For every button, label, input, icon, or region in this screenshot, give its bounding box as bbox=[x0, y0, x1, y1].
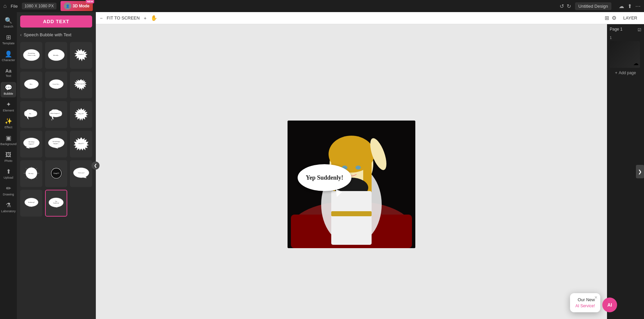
sidebar-item-bubble[interactable]: 💬 Bubble bbox=[1, 82, 16, 97]
fit-screen-button[interactable]: FIT TO SCREEN bbox=[107, 15, 140, 20]
page-cloud-icon: ☁ bbox=[633, 60, 639, 66]
bubble-item-12[interactable]: What!!!!!! bbox=[70, 131, 92, 157]
canvas-container: Yep Suddenly! bbox=[288, 121, 415, 248]
sidebar-item-text[interactable]: Aa Text bbox=[1, 65, 16, 81]
bubble-item-15[interactable]: I love you! bbox=[70, 160, 92, 187]
add-page-label: Add page bbox=[619, 71, 636, 75]
bubble-icon: 💬 bbox=[5, 84, 12, 91]
sidebar-item-search[interactable]: 🔍 Search bbox=[1, 15, 16, 30]
new-badge: NEW bbox=[86, 0, 94, 3]
bubble-item-11[interactable]: Somethings happen... bbox=[45, 131, 67, 157]
bubble-item-5[interactable]: It can't be... bbox=[45, 72, 67, 98]
sidebar-item-photo[interactable]: 🖼 Photo bbox=[1, 149, 16, 165]
sidebar-label-effect: Effect bbox=[5, 126, 12, 129]
bubble-item-17[interactable]: Yep Suddenly! bbox=[45, 190, 67, 217]
hand-tool-icon[interactable]: ✋ bbox=[151, 15, 157, 21]
sidebar-item-element[interactable]: ✦ Element bbox=[1, 99, 16, 114]
svg-text:No...: No... bbox=[29, 113, 32, 115]
template-icon: ⊞ bbox=[6, 34, 11, 41]
svg-point-61 bbox=[355, 166, 361, 170]
grid-icon[interactable]: ⊞ bbox=[605, 15, 609, 21]
page-thumbnail-1[interactable]: ☁ bbox=[610, 41, 640, 68]
sidebar-label-drawing: Drawing bbox=[3, 193, 14, 196]
sidebar-item-laboratory[interactable]: ⚗ Laboratory bbox=[1, 199, 16, 215]
sidebar-label-search: Search bbox=[4, 25, 13, 28]
upload-icon: ⬆ bbox=[6, 168, 11, 175]
svg-text:Actually...: Actually... bbox=[53, 54, 59, 56]
drawing-icon: ✏ bbox=[6, 185, 11, 192]
bubble-grid: Something I have to say Actually... Than… bbox=[17, 39, 96, 219]
ai-chat-close-button[interactable]: ✕ bbox=[594, 295, 598, 300]
document-title[interactable]: Untitled Design bbox=[575, 2, 611, 10]
share-icon[interactable]: ⬆ bbox=[628, 3, 632, 9]
settings-icon[interactable]: ⚙ bbox=[612, 15, 616, 21]
background-icon: ▣ bbox=[6, 134, 11, 142]
sidebar-label-bubble: Bubble bbox=[4, 92, 13, 95]
svg-text:No way...: No way... bbox=[28, 173, 34, 174]
ai-avatar-button[interactable]: AI bbox=[602, 298, 617, 312]
bubble-item-16[interactable]: Suddenly? bbox=[20, 190, 42, 217]
canvas-area[interactable]: Yep Suddenly! bbox=[96, 24, 607, 319]
sidebar-item-upload[interactable]: ⬆ Upload bbox=[1, 166, 16, 181]
sidebar-item-effect[interactable]: ✨ Effect bbox=[1, 116, 16, 131]
canvas-toolbar: − FIT TO SCREEN + ✋ ⊞ ⚙ LAYER bbox=[96, 12, 644, 24]
svg-line-35 bbox=[36, 168, 37, 169]
pages-checkbox-icon[interactable]: ☑ bbox=[638, 28, 641, 32]
svg-point-17 bbox=[51, 120, 52, 120]
bubble-item-1[interactable]: Something I have to say bbox=[20, 42, 42, 69]
svg-text:Don't say that!!: Don't say that!! bbox=[76, 83, 86, 85]
3dmode-button[interactable]: 👤 3D Mode NEW bbox=[61, 1, 93, 11]
file-menu[interactable]: File bbox=[11, 4, 18, 9]
layer-button[interactable]: LAYER bbox=[620, 14, 640, 21]
topbar-action-icons: ☁ ⬆ ⋯ bbox=[619, 3, 641, 9]
bubble-panel: ADD TEXT ‹ Speech Bubble with Text Somet… bbox=[17, 12, 96, 319]
svg-text:Somethings: Somethings bbox=[52, 141, 60, 142]
svg-text:Something: Something bbox=[28, 52, 35, 54]
dimensions-selector[interactable]: 1080 X 1080 PX bbox=[22, 3, 56, 9]
user-avatar: 👤 bbox=[64, 2, 71, 10]
bubble-item-14[interactable]: Gasp!!!! bbox=[45, 160, 67, 187]
back-arrow-icon[interactable]: ‹ bbox=[20, 32, 22, 37]
cloud-save-icon[interactable]: ☁ bbox=[619, 3, 624, 9]
speech-bubble-text: Yep Suddenly! bbox=[298, 164, 351, 191]
sidebar-label-character: Character bbox=[2, 58, 15, 62]
search-icon: 🔍 bbox=[5, 17, 12, 24]
add-page-button[interactable]: + Add page bbox=[610, 71, 641, 75]
canvas-content-area: ❮ bbox=[96, 24, 644, 319]
svg-line-37 bbox=[36, 177, 37, 178]
bubble-item-8[interactable]: What happen?... bbox=[45, 101, 67, 128]
svg-text:Suddenly?: Suddenly? bbox=[28, 201, 35, 203]
canvas-wrapper: − FIT TO SCREEN + ✋ ⊞ ⚙ LAYER ❮ bbox=[96, 12, 644, 319]
panel-title: Speech Bubble with Text bbox=[24, 32, 71, 37]
add-text-button[interactable]: ADD TEXT bbox=[20, 15, 92, 28]
more-options-icon[interactable]: ⋯ bbox=[635, 3, 641, 9]
bubble-item-13[interactable]: No way... bbox=[20, 160, 42, 187]
ai-chat-subtitle: AI Service! bbox=[575, 304, 595, 308]
zoom-in-button[interactable]: + bbox=[144, 15, 146, 21]
bubble-item-10[interactable]: Oh! What happen? bbox=[20, 131, 42, 157]
bubble-item-9[interactable]: Stop it!!!! bbox=[70, 101, 92, 128]
bubble-item-6[interactable]: Don't say that!! bbox=[70, 72, 92, 98]
sidebar-item-background[interactable]: ▣ Background bbox=[1, 132, 16, 148]
laboratory-icon: ⚗ bbox=[6, 201, 11, 209]
zoom-out-button[interactable]: − bbox=[100, 15, 103, 21]
svg-text:What!!!!!!: What!!!!!! bbox=[78, 143, 84, 144]
bubble-item-2[interactable]: Actually... bbox=[45, 42, 67, 69]
sidebar-item-character[interactable]: 👤 Character bbox=[1, 48, 16, 64]
bubble-item-7[interactable]: No... bbox=[20, 101, 42, 128]
ai-chat-title: Our New bbox=[578, 297, 595, 302]
svg-text:But...: But... bbox=[30, 83, 33, 85]
sidebar-item-drawing[interactable]: ✏ Drawing bbox=[1, 183, 16, 198]
speech-bubble-canvas[interactable]: Yep Suddenly! bbox=[298, 164, 351, 194]
home-icon[interactable]: ⌂ bbox=[3, 3, 7, 9]
undo-button[interactable]: ↺ bbox=[560, 3, 564, 9]
bubble-item-4[interactable]: But... bbox=[20, 72, 42, 98]
sidebar-item-template[interactable]: ⊞ Template bbox=[1, 32, 16, 47]
collapse-panel-button[interactable]: ❮ bbox=[91, 162, 100, 170]
bubble-item-3[interactable]: Thanks!!! bbox=[70, 42, 92, 69]
svg-point-16 bbox=[52, 118, 53, 119]
redo-button[interactable]: ↻ bbox=[567, 3, 571, 9]
svg-rect-64 bbox=[331, 211, 372, 216]
nav-arrow-right[interactable]: ❯ bbox=[636, 165, 644, 178]
topbar: ⌂ File 1080 X 1080 PX 👤 3D Mode NEW ↺ ↻ … bbox=[0, 0, 644, 12]
